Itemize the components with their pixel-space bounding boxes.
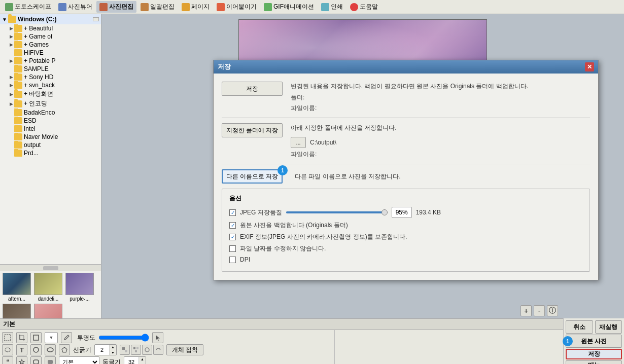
save-button[interactable]: 저장	[222, 82, 283, 96]
tool-quote-left-btn[interactable]: ❝	[2, 356, 13, 364]
menu-photo-viewer[interactable]: 사진뷰어	[55, 1, 95, 13]
content-area: 저장 ✕ 저장 변경된 내용을 저장합니다. 백업이 필요하다면 원본 사진을 …	[101, 14, 624, 364]
menu-help[interactable]: 도움말	[347, 1, 381, 13]
menu-icon-batchedit	[141, 3, 149, 11]
menu-gif[interactable]: GIF애니메이션	[261, 1, 317, 13]
thumb-after[interactable]: aftern...	[2, 273, 31, 302]
selection-up[interactable]: ▲	[110, 344, 116, 350]
tree-item-games[interactable]: ▶ + Games	[0, 41, 101, 49]
menu-photo-sketch[interactable]: 포토스케이프	[2, 1, 54, 13]
menu-print[interactable]: 인쇄	[318, 1, 346, 13]
tree-item-sample[interactable]: SAMPLE	[0, 65, 101, 73]
menu-batch-edit[interactable]: 일괄편집	[137, 1, 178, 13]
action-btn-4[interactable]	[153, 345, 163, 355]
thumb-dandelion[interactable]: dandeli...	[33, 273, 63, 302]
roundness-up[interactable]: ▲	[139, 356, 146, 362]
quality-slider-row: 95% 193.4 KB	[286, 207, 441, 218]
date-row: 파일 날짜를 수정하지 않습니다.	[229, 244, 582, 253]
svg-rect-0	[5, 335, 11, 341]
tool-rect-btn[interactable]	[30, 332, 42, 343]
tool-select-btn[interactable]	[2, 332, 13, 343]
menu-page[interactable]: 페이지	[179, 1, 213, 13]
tree-item-navermovie[interactable]: Naver Movie	[0, 133, 101, 141]
roundness-down[interactable]: ▼	[139, 362, 146, 364]
tree-scroll-up[interactable]	[93, 17, 99, 21]
action-btn-1[interactable]	[120, 345, 130, 355]
obj-snap-button[interactable]: 개체 접착	[166, 344, 203, 355]
cancel-button[interactable]: 취소	[566, 320, 593, 334]
action-btn-3[interactable]	[142, 345, 152, 355]
tools-row-3: ❝ 기본	[2, 356, 332, 364]
roundness-value[interactable]	[124, 357, 138, 364]
thumb-purple[interactable]: purple-...	[65, 273, 94, 302]
tree-item-hifive[interactable]: HIFIVE	[0, 49, 101, 57]
menu-label-collage: 이어붙이기	[226, 3, 257, 11]
tree-scrollbar[interactable]	[0, 265, 101, 271]
thumb-label-after: aftern...	[3, 296, 31, 302]
date-checkbox[interactable]	[229, 245, 236, 252]
save-as-button[interactable]: 다른 이름으로 저장	[222, 169, 283, 184]
tool-polygon-btn[interactable]	[59, 344, 70, 355]
tool-roundrect-btn[interactable]	[30, 356, 42, 364]
separator-1	[222, 118, 590, 118]
zoom-info-button[interactable]: ⓘ	[547, 305, 558, 316]
dialog-close-button[interactable]: ✕	[585, 62, 594, 71]
tool-ellipse-btn[interactable]	[45, 344, 56, 355]
tree-item-prd[interactable]: Prd...	[0, 149, 101, 157]
filledrect-icon	[47, 358, 54, 364]
tool-crop-btn[interactable]	[16, 332, 27, 343]
tree-item-intel[interactable]: Intel	[0, 125, 101, 133]
original-button[interactable]: 원본 사진	[566, 335, 622, 348]
tree-item-beautiful[interactable]: ▶ + Beautiful	[0, 24, 101, 32]
menu-icon-photosketch	[5, 3, 13, 11]
dpi-label: DPI	[240, 256, 250, 263]
tree-item-gameof[interactable]: ▶ + Game of	[0, 32, 101, 41]
save-to-folder-button[interactable]: 지정한 폴더에 저장	[222, 123, 283, 137]
menu-button[interactable]: 메뉴	[566, 360, 622, 364]
folder-path-row: ... C:\output\	[291, 137, 397, 148]
transparency-slider[interactable]	[98, 334, 149, 342]
tree-item-badakenc[interactable]: BadakEnco	[0, 108, 101, 117]
menu-photo-edit[interactable]: 사진편집	[96, 1, 136, 13]
svg-rect-13	[135, 350, 137, 352]
roundness-spinner[interactable]: ▲ ▼	[124, 356, 146, 364]
eyedropper-icon	[63, 334, 70, 341]
tool-lasso-btn[interactable]	[2, 344, 13, 355]
tree-item-potable[interactable]: ▶ + Potable P	[0, 57, 101, 65]
selection-spinner[interactable]: ▲ ▼	[94, 344, 117, 355]
action-btn-2[interactable]	[131, 345, 141, 355]
quality-slider-track[interactable]	[286, 211, 388, 213]
selection-value[interactable]	[95, 345, 109, 355]
tree-item-sonyhd[interactable]: ▶ + Sony HD	[0, 73, 101, 81]
tool-eyedropper-btn[interactable]	[61, 332, 72, 343]
tool-cursor-btn[interactable]	[152, 332, 163, 343]
original-btn-row: 1 원본 사진	[566, 335, 622, 348]
tool-dropdown-btn[interactable]: ▼	[45, 332, 58, 343]
tool-star-btn[interactable]	[16, 356, 27, 364]
tool-filledrect-btn[interactable]	[45, 356, 56, 364]
tree-item-output[interactable]: output	[0, 141, 101, 149]
shape-select[interactable]: 기본	[59, 356, 99, 364]
exif-checkbox[interactable]	[229, 234, 236, 240]
tree-item-svnback[interactable]: ▶ + svn_back	[0, 81, 101, 89]
zoom-out-button[interactable]: -	[534, 305, 545, 316]
tool-text-btn[interactable]: T	[16, 344, 27, 355]
dialog-save-as-section: 다른 이름으로 저장 1 다른 파일 이름으로 사진을 저장합니다.	[222, 169, 590, 184]
backup-checkbox[interactable]	[229, 222, 236, 229]
browse-button[interactable]: ...	[291, 137, 306, 148]
zoom-in-button[interactable]: +	[521, 305, 532, 316]
dpi-checkbox[interactable]	[229, 257, 236, 263]
tree-item-wallpaper[interactable]: ▶ + 바탕화면	[0, 89, 101, 99]
selection-down[interactable]: ▼	[110, 350, 116, 355]
quality-slider-thumb[interactable]	[382, 209, 388, 215]
redo-button[interactable]: 재실행	[595, 320, 622, 334]
filename-label: 파일이름:	[291, 104, 317, 113]
tree-item-esd[interactable]: ESD	[0, 117, 101, 125]
tree-item-encoding[interactable]: ▶ + 인코딩	[0, 99, 101, 108]
menu-collage[interactable]: 이어붙이기	[214, 1, 260, 13]
save-dialog: 저장 ✕ 저장 변경된 내용을 저장합니다. 백업이 필요하다면 원본 사진을 …	[213, 60, 599, 280]
tool-circle-btn[interactable]	[30, 344, 42, 355]
jpeg-quality-checkbox[interactable]	[229, 209, 236, 216]
right-save-button[interactable]: 저장	[566, 349, 622, 359]
top-menubar: 포토스케이프 사진뷰어 사진편집 일괄편집 페이지 이어붙이기 GIF애니메이션…	[0, 0, 624, 14]
